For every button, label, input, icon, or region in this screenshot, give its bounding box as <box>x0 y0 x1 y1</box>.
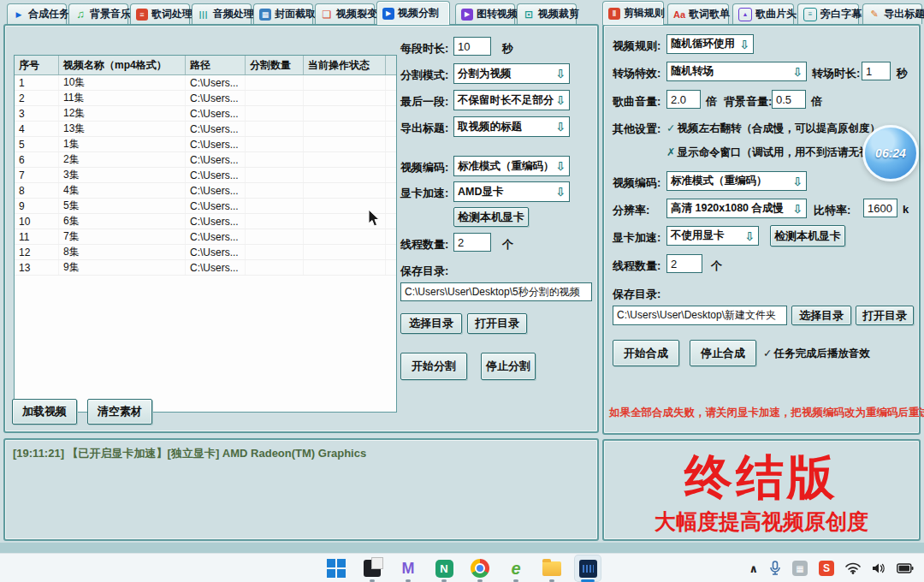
cell-status <box>304 260 386 275</box>
table-row[interactable]: 13 9集 C:\Users... <box>15 260 396 276</box>
tab-song-intro[interactable]: ▲ 歌曲片头 <box>732 3 794 24</box>
resolution-dropdown[interactable]: 高清 1920x1080 合成慢 ⇩ <box>666 199 807 218</box>
cell-name: 5集 <box>59 199 186 213</box>
col-header-name[interactable]: 视频名称（mp4格式） <box>59 56 186 74</box>
tab-lyrics-process[interactable]: ≡ 歌词处理 <box>130 3 190 24</box>
compose-choose-dir-button[interactable]: 选择目录 <box>791 306 851 325</box>
col-header-count[interactable]: 分割数量 <box>246 56 304 74</box>
table-row[interactable]: 4 13集 C:\Users... <box>15 122 396 137</box>
tab-video-crop[interactable]: ⊡ 视频裁剪 <box>517 3 577 24</box>
col-header-status[interactable]: 当前操作状态 <box>304 56 386 74</box>
start-button[interactable] <box>323 555 349 581</box>
taskbar-current-app[interactable] <box>575 555 601 581</box>
video-table[interactable]: 序号 视频名称（mp4格式） 路径 分割数量 当前操作状态 1 10集 C:\U… <box>14 55 397 413</box>
tab-bg-music[interactable]: ♫ 背景音乐 <box>68 3 128 24</box>
cell-extra <box>386 260 396 275</box>
transition-dropdown[interactable]: 随机转场 ⇩ <box>666 62 807 81</box>
song-volume-input[interactable]: 2.0 <box>666 90 701 109</box>
compose-save-dir-label: 保存目录: <box>613 287 660 302</box>
tab-compose-task[interactable]: ▶ 合成任务 <box>7 3 67 24</box>
taskbar-app-dark[interactable] <box>359 555 385 581</box>
table-row[interactable]: 1 10集 C:\Users... <box>15 75 396 91</box>
table-row[interactable]: 8 4集 C:\Users... <box>15 183 396 199</box>
load-video-button[interactable]: 加载视频 <box>12 399 77 425</box>
cell-count <box>246 214 304 229</box>
compose-detect-gpu-button[interactable]: 检测本机显卡 <box>770 225 845 246</box>
last-segment-dropdown[interactable]: 不保留时长不足部分 ⇩ <box>453 90 570 110</box>
transition-time-input[interactable]: 1 <box>862 62 891 80</box>
tab-video-split[interactable]: ▶ 视频分割 <box>376 1 450 25</box>
col-header-path[interactable]: 路径 <box>186 56 246 74</box>
sound-after-task-option[interactable]: ✓任务完成后播放音效 <box>763 347 870 361</box>
threads-input[interactable]: 2 <box>453 233 491 252</box>
detect-gpu-button[interactable]: 检测本机显卡 <box>453 207 529 227</box>
compose-threads-input[interactable]: 2 <box>666 254 702 273</box>
table-row[interactable]: 12 8集 C:\Users... <box>15 245 396 260</box>
tab-cover-capture[interactable]: ▦ 封面截取 <box>253 3 313 24</box>
col-header-index[interactable]: 序号 <box>15 56 59 74</box>
table-row[interactable]: 3 12集 C:\Users... <box>15 106 396 122</box>
chevron-down-icon: ⇩ <box>555 160 566 172</box>
taskbar-app-chrome[interactable] <box>467 555 493 581</box>
video-rule-dropdown[interactable]: 随机循环使用 ⇩ <box>666 34 754 54</box>
table-row[interactable]: 5 1集 C:\Users... <box>15 137 396 152</box>
tab-clip-rules[interactable]: ‖ 剪辑规则 <box>602 1 664 25</box>
table-row[interactable]: 11 7集 C:\Users... <box>15 229 396 245</box>
compose-gpu-dropdown[interactable]: 不使用显卡 ⇩ <box>666 226 759 246</box>
tray-expand-icon[interactable]: ∧ <box>749 562 758 575</box>
video-codec-dropdown[interactable]: 标准模式（重编码） ⇩ <box>453 156 570 176</box>
compose-save-dir-input[interactable]: C:\Users\User\Desktop\新建文件夹 <box>613 306 787 325</box>
split-mode-dropdown[interactable]: 分割为视频 ⇩ <box>453 63 570 84</box>
start-compose-button[interactable]: 开始合成 <box>613 340 679 366</box>
tab-narration-subtitle[interactable]: ≡ 旁白字幕 <box>797 3 859 24</box>
table-row[interactable]: 10 6集 C:\Users... <box>15 214 396 229</box>
table-row[interactable]: 2 11集 C:\Users... <box>15 91 396 106</box>
stop-compose-button[interactable]: 停止合成 <box>690 340 756 366</box>
lyrics-list-icon: Aa <box>673 9 685 21</box>
timer-badge[interactable]: 06:24 <box>862 125 919 181</box>
wifi-icon[interactable] <box>845 562 861 574</box>
cell-path: C:\Users... <box>186 260 246 275</box>
tab-lyrics-list[interactable]: Aa 歌词歌单 <box>667 3 729 24</box>
table-row[interactable]: 7 3集 C:\Users... <box>15 168 396 183</box>
tab-export-title[interactable]: ✎ 导出标题 <box>862 3 922 24</box>
tab-audio-process[interactable]: ||| 音频处理 <box>192 3 252 24</box>
cell-path: C:\Users... <box>186 199 246 213</box>
microphone-icon[interactable] <box>769 561 781 576</box>
compose-open-dir-button[interactable]: 打开目录 <box>856 306 914 325</box>
taskbar-file-explorer[interactable] <box>539 555 565 581</box>
save-dir-label: 保存目录: <box>400 264 448 279</box>
choose-dir-button[interactable]: 选择目录 <box>400 313 462 334</box>
table-row[interactable]: 6 2集 C:\Users... <box>15 152 396 168</box>
cell-index: 10 <box>15 214 59 229</box>
start-split-button[interactable]: 开始分割 <box>400 353 467 380</box>
log-panel[interactable]: [19:11:21] 【已开启显卡加速】[独立显卡] AMD Radeon(TM… <box>3 438 599 541</box>
compose-codec-dropdown[interactable]: 标准模式（重编码） ⇩ <box>666 171 807 191</box>
tab-video-fission[interactable]: ❏ 视频裂变 <box>315 3 375 24</box>
sogou-input-icon[interactable]: S <box>819 561 834 576</box>
segment-duration-input[interactable]: 10 <box>453 37 491 56</box>
taskbar-app-m[interactable]: M <box>395 555 421 581</box>
export-title-dropdown[interactable]: 取视频的标题 ⇩ <box>453 116 570 137</box>
save-dir-input[interactable]: C:\Users\User\Desktop\5秒分割的视频 <box>400 282 592 301</box>
clear-material-button[interactable]: 清空素材 <box>87 399 152 425</box>
cmd-window-option[interactable]: ✗显示命令窗口（调试用，用不到活请无视） <box>666 146 880 160</box>
open-dir-button[interactable]: 打开目录 <box>467 313 527 334</box>
taskbar-app-xmind[interactable]: N <box>431 555 457 581</box>
battery-icon[interactable] <box>897 563 914 573</box>
threads-label: 线程数量: <box>400 237 448 252</box>
bitrate-input[interactable]: 1600 <box>863 199 897 217</box>
stop-split-button[interactable]: 停止分割 <box>481 353 536 380</box>
timer-badge-time: 06:24 <box>875 146 906 160</box>
flip-option[interactable]: ✓视频左右翻转（合成慢，可以提高原创度） <box>666 122 880 136</box>
tab-image-to-video[interactable]: ▶ 图转视频 <box>455 3 515 24</box>
cell-count <box>246 199 304 213</box>
taskbar-app-browser360[interactable]: e <box>503 555 529 581</box>
bg-volume-input[interactable]: 0.5 <box>772 90 806 109</box>
gpu-accel-dropdown[interactable]: AMD显卡 ⇩ <box>453 181 570 202</box>
gamepad-icon[interactable]: ▦ <box>792 561 808 576</box>
table-row[interactable]: 9 5集 C:\Users... <box>15 199 396 214</box>
image-capture-icon: ▦ <box>259 9 271 21</box>
cell-count <box>246 168 304 182</box>
speaker-icon[interactable] <box>872 562 886 574</box>
